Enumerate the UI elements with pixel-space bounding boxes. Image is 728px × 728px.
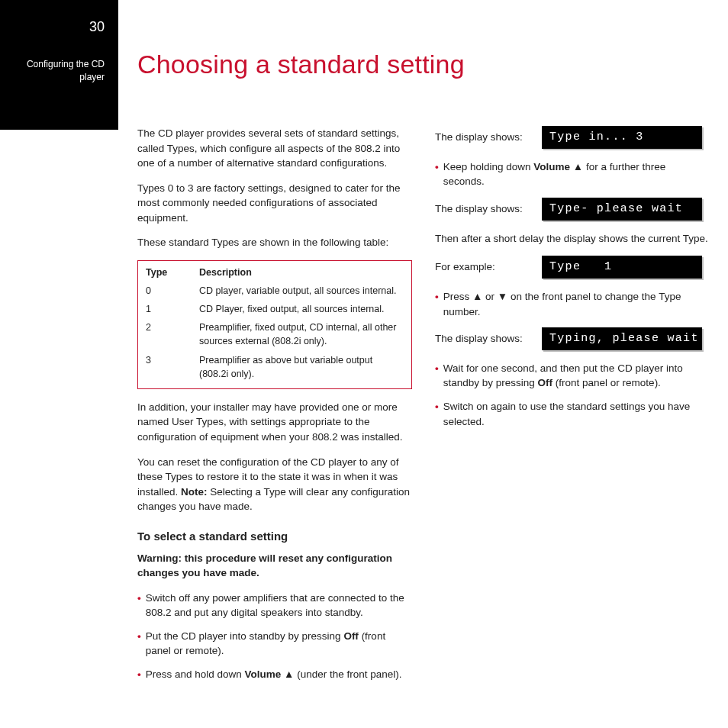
bullet-icon: • xyxy=(137,591,141,620)
types-table: Type Description 0 CD player, variable o… xyxy=(137,260,412,389)
lcd-display: Type 1 xyxy=(542,256,702,279)
display-line: For example: Type 1 xyxy=(435,256,710,279)
paragraph: In addition, your installer may have pro… xyxy=(137,400,412,445)
column-left: The CD player provides several sets of s… xyxy=(137,126,412,690)
display-line: The display shows: Typing, please wait xyxy=(435,327,710,350)
bullet-icon: • xyxy=(435,399,439,429)
table-row: 0 CD player, variable output, all source… xyxy=(146,284,404,298)
table-header: Type Description xyxy=(146,266,404,279)
bullet-item: • Put the CD player into standby by pres… xyxy=(137,629,412,659)
paragraph: You can reset the configuration of the C… xyxy=(137,455,412,514)
display-line: The display shows: Type in... 3 xyxy=(435,126,710,149)
bullet-item: • Wait for one second, and then put the … xyxy=(435,361,710,391)
page-title: Choosing a standard setting xyxy=(137,50,465,79)
bullet-item: • Switch off any power amplifiers that a… xyxy=(137,591,412,620)
lcd-display: Type- please wait xyxy=(542,198,702,221)
bullet-item: • Switch on again to use the standard se… xyxy=(435,399,710,429)
bullet-icon: • xyxy=(435,289,439,319)
paragraph: These standard Types are shown in the fo… xyxy=(137,235,412,250)
subheading: To select a standard setting xyxy=(137,528,412,545)
table-row: 1 CD Player, fixed output, all sources i… xyxy=(146,302,404,316)
display-line: The display shows: Type- please wait xyxy=(435,198,710,221)
bullet-item: • Keep holding down Volume ▲ for a furth… xyxy=(435,159,710,189)
table-row: 3 Preamplifier as above but variable out… xyxy=(146,353,404,381)
paragraph: The CD player provides several sets of s… xyxy=(137,126,412,171)
section-label: Configuring the CD player xyxy=(0,58,105,84)
bullet-icon: • xyxy=(435,361,439,391)
content: The CD player provides several sets of s… xyxy=(137,126,710,690)
sidebar: 30 Configuring the CD player xyxy=(0,0,118,130)
bullet-item: • Press ▲ or ▼ on the front panel to cha… xyxy=(435,289,710,319)
bullet-icon: • xyxy=(137,629,141,659)
bullet-item: • Press and hold down Volume ▲ (under th… xyxy=(137,667,412,682)
page-number: 30 xyxy=(0,19,105,35)
column-right: The display shows: Type in... 3 • Keep h… xyxy=(435,126,710,690)
lcd-display: Type in... 3 xyxy=(542,126,702,149)
warning-text: Warning: this procedure will reset any c… xyxy=(137,551,412,581)
paragraph: Then after a short delay the display sho… xyxy=(435,231,710,246)
bullet-icon: • xyxy=(137,667,141,682)
paragraph: Types 0 to 3 are factory settings, desig… xyxy=(137,181,412,226)
lcd-display: Typing, please wait xyxy=(542,327,702,350)
bullet-icon: • xyxy=(435,159,439,189)
table-row: 2 Preamplifier, fixed output, CD interna… xyxy=(146,321,404,348)
